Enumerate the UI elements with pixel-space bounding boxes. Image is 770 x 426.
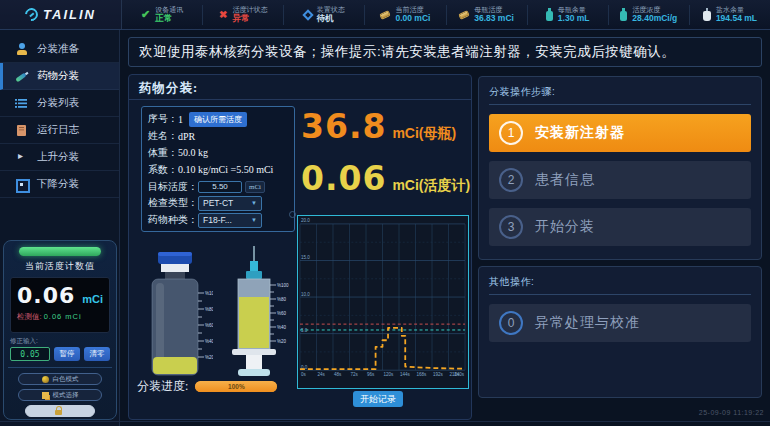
svg-text:144s: 144s (400, 372, 411, 377)
gold-capsule-icon (380, 10, 392, 20)
sidebar-item-dispense-list[interactable]: 分装列表 (0, 90, 119, 117)
confirm-activity-button[interactable]: 确认所需活度 (189, 112, 247, 127)
exam-type-label: 检查类型： (148, 196, 198, 210)
status-value: 0.00 mCi (395, 14, 430, 24)
step-number: 0 (499, 311, 523, 335)
white-mode-pill-button[interactable]: 白色模式 (18, 373, 102, 385)
step-start-dispense[interactable]: 3 开始分装 (489, 208, 751, 246)
iv-bag-icon (703, 11, 711, 21)
vial-activity-readout: 36.8 mCi(母瓶) (301, 107, 456, 146)
sidebar-item-label: 运行日志 (37, 123, 79, 137)
app-window: TAILIN ✔ 设备通讯正常 ✖ 活度计状态异常 装置状态待机 当前活度0.0… (0, 0, 770, 426)
zero-button[interactable]: 清零 (84, 347, 110, 361)
patient-form: 序号： 1 确认所需活度 姓名： dPR 体重： 50.0 kg 系数： 0.1… (141, 106, 295, 232)
step-patient-info[interactable]: 2 患者信息 (489, 161, 751, 199)
sidebar-item-label: 上升分装 (37, 150, 79, 164)
sidebar-item-label: 分装准备 (37, 42, 79, 56)
status-current-activity: 当前活度0.00 mCi (364, 5, 445, 25)
divider (8, 367, 112, 368)
step-number: 2 (499, 168, 523, 192)
dispense-chart: 0s24s48s72s96s120s144s168s192s216s240s0.… (297, 215, 469, 389)
svg-text:10.0: 10.0 (301, 292, 310, 297)
brand-logo: TAILIN (0, 0, 122, 29)
name-label: 姓名： (148, 129, 178, 143)
svg-text:0s: 0s (301, 372, 307, 377)
correction-input-label: 修正输入: (10, 337, 110, 346)
sidebar-item-drug-dispense[interactable]: 药物分装 (0, 63, 119, 90)
progress-bar: 100% (195, 381, 277, 392)
status-value: 异常 (232, 14, 267, 24)
correction-input[interactable] (10, 347, 50, 361)
arrow-up-icon (15, 151, 28, 164)
target-activity-input[interactable] (198, 181, 242, 193)
sidebar-item-label: 分装列表 (37, 96, 79, 110)
step-number: 3 (499, 215, 523, 239)
sidebar-item-dispense-prepare[interactable]: 分装准备 (0, 36, 119, 63)
person-icon (15, 43, 28, 56)
chevron-down-icon: ▼ (251, 200, 257, 206)
drug-type-value: F18-F... (203, 215, 232, 225)
steps-panel-title: 分装操作步骤: (489, 85, 751, 105)
exception-calibration-button[interactable]: 0 异常处理与校准 (489, 304, 751, 342)
lock-pill-button[interactable] (25, 405, 95, 417)
sidebar-item-label: 下降分装 (37, 177, 79, 191)
status-value: 194.54 mL (716, 14, 757, 24)
pause-button[interactable]: 暂停 (54, 347, 80, 361)
log-document-icon (15, 124, 28, 137)
syringe-scale-label: %40 (277, 325, 287, 330)
progress-percent: 100% (195, 381, 277, 392)
pill-label: 模式选择 (53, 391, 79, 400)
serial-label: 序号： (148, 112, 178, 126)
divider (129, 99, 471, 100)
status-value: 36.83 mCi (474, 14, 514, 24)
detect-label: 检测值: (17, 312, 42, 321)
step-number: 1 (499, 121, 523, 145)
status-indicator-list: ✔ 设备通讯正常 ✖ 活度计状态异常 装置状态待机 当前活度0.00 mCi 母… (122, 0, 770, 29)
meter-activity-readout: 0.06 mCi(活度计) (301, 159, 470, 198)
svg-text:96s: 96s (367, 372, 375, 377)
svg-text:192s: 192s (433, 372, 444, 377)
drug-dispense-panel: 药物分装: 序号： 1 确认所需活度 姓名： dPR 体重： 50.0 kg 系… (128, 74, 472, 420)
mode-select-pill-button[interactable]: 模式选择 (18, 389, 102, 401)
status-value: 28.40mCi/g (632, 14, 677, 24)
status-activity-meter: ✖ 活度计状态异常 (202, 5, 283, 25)
other-panel-title: 其他操作: (489, 275, 751, 295)
syringe-graphic: %100 %80 %60 %40 %20 (227, 245, 289, 379)
sidebar-item-lower-dispense[interactable]: 下降分装 (0, 171, 119, 198)
vial-scale-label: %80 (205, 307, 213, 312)
syringe-scale-label: %80 (277, 297, 287, 302)
detect-value: 0.06 mCi (44, 312, 82, 321)
status-device-comm: ✔ 设备通讯正常 (122, 5, 202, 25)
status-concentration: 活度浓度28.40mCi/g (608, 5, 689, 25)
step-label: 患者信息 (535, 171, 595, 189)
sidebar-menu: 分装准备 药物分装 分装列表 运行日志 上升分装 下降分装 (0, 30, 119, 198)
error-cross-icon: ✖ (219, 9, 227, 20)
meter-activity-value: 0.06 (301, 159, 386, 198)
step-label: 开始分装 (535, 218, 595, 236)
svg-text:72s: 72s (350, 372, 358, 377)
sidebar-item-label: 药物分装 (37, 69, 79, 83)
check-icon: ✔ (141, 8, 150, 21)
sidebar-item-raise-dispense[interactable]: 上升分装 (0, 144, 119, 171)
status-value: 正常 (155, 14, 183, 24)
chevron-down-icon: ▼ (251, 217, 257, 223)
panel-title: 药物分装: (139, 80, 198, 97)
step-install-syringe[interactable]: 1 安装新注射器 (489, 114, 751, 152)
sidebar-item-run-log[interactable]: 运行日志 (0, 117, 119, 144)
vial-activity-value: 36.8 (301, 107, 386, 146)
activity-meter-panel: 当前活度计数值 0.06 mCi 检测值: 0.06 mCi 修正输入: 暂停 … (3, 240, 117, 420)
vial-scale-label: %20 (205, 355, 213, 360)
exam-type-value: PET-CT (203, 198, 233, 208)
pill-label: 白色模式 (53, 375, 79, 384)
vial-activity-unit: mCi(母瓶) (392, 125, 456, 143)
drug-type-select[interactable]: F18-F... ▼ (198, 213, 262, 228)
lock-icon (55, 410, 62, 415)
tailin-logo-icon (22, 5, 40, 23)
dispense-steps-panel: 分装操作步骤: 1 安装新注射器 2 患者信息 3 开始分装 (478, 76, 762, 260)
gold-capsule-icon (458, 10, 470, 20)
start-record-button[interactable]: 开始记录 (353, 391, 403, 407)
exam-type-select[interactable]: PET-CT ▼ (198, 196, 262, 211)
status-device-state: 装置状态待机 (283, 5, 364, 25)
meter-unit: mCi (82, 293, 103, 305)
meter-status-led (19, 247, 101, 256)
